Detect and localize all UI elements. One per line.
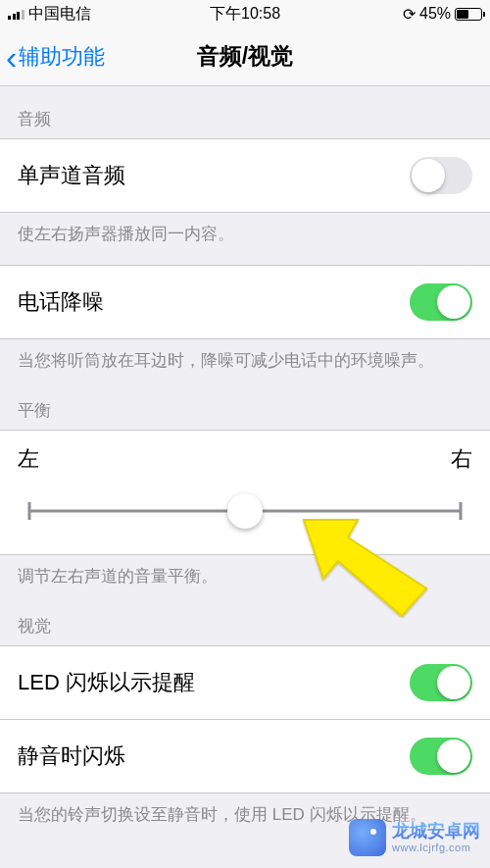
led-flash-toggle[interactable] (410, 664, 472, 701)
clock-label: 下午10:58 (210, 4, 280, 25)
phone-noise-footer: 当您将听筒放在耳边时，降噪可减少电话中的环境噪声。 (0, 339, 490, 378)
flash-on-silent-row[interactable]: 静音时闪烁 (0, 720, 490, 793)
watermark-url: www.lcjrfg.com (392, 842, 480, 853)
mono-audio-row[interactable]: 单声道音频 (0, 138, 490, 213)
balance-block: 左 右 (0, 430, 490, 555)
flash-on-silent-toggle[interactable] (410, 738, 472, 775)
watermark: 龙城安卓网 www.lcjrfg.com (349, 819, 480, 856)
mono-audio-toggle[interactable] (410, 157, 472, 194)
watermark-logo-icon (349, 819, 386, 856)
phone-noise-row[interactable]: 电话降噪 (0, 265, 490, 339)
section-header-balance: 平衡 (0, 378, 490, 430)
watermark-title: 龙城安卓网 (392, 822, 480, 842)
section-header-visual: 视觉 (0, 593, 490, 645)
mono-audio-footer: 使左右扬声器播放同一内容。 (0, 213, 490, 251)
chevron-left-icon: ‹ (6, 40, 17, 74)
phone-noise-toggle[interactable] (410, 283, 472, 321)
nav-bar: ‹ 辅助功能 音频/视觉 (0, 27, 490, 86)
carrier-label: 中国电信 (28, 4, 91, 25)
status-bar: 中国电信 下午10:58 ⟳ 45% (0, 0, 490, 27)
balance-thumb[interactable] (227, 493, 263, 529)
back-label: 辅助功能 (19, 42, 105, 72)
rotation-lock-icon: ⟳ (403, 5, 416, 24)
signal-icon (8, 8, 24, 20)
phone-noise-label: 电话降噪 (18, 287, 104, 317)
led-flash-row[interactable]: LED 闪烁以示提醒 (0, 645, 490, 720)
balance-slider[interactable] (29, 493, 461, 529)
mono-audio-label: 单声道音频 (18, 161, 125, 190)
battery-icon (455, 8, 482, 21)
led-flash-label: LED 闪烁以示提醒 (18, 668, 195, 697)
balance-left-label: 左 (18, 444, 39, 474)
battery-percent: 45% (419, 5, 451, 23)
section-header-audio: 音频 (0, 86, 490, 138)
flash-on-silent-label: 静音时闪烁 (18, 741, 125, 771)
back-button[interactable]: ‹ 辅助功能 (0, 40, 105, 74)
balance-right-label: 右 (451, 444, 472, 474)
balance-footer: 调节左右声道的音量平衡。 (0, 555, 490, 593)
